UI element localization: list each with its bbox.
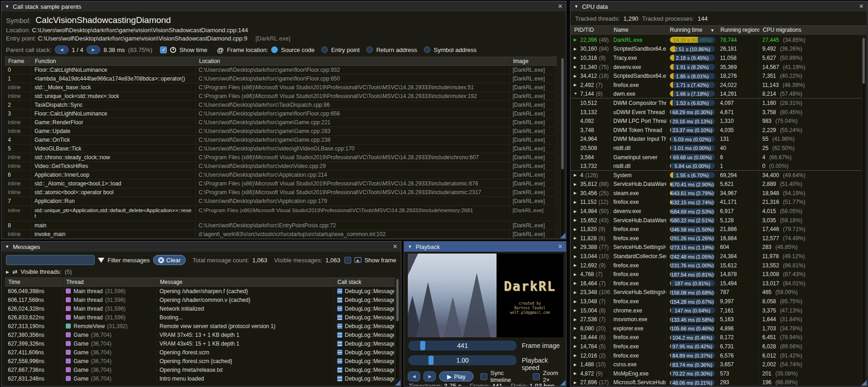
cpu-process-row[interactable]: ▶ 15,652 (43) ServiceHub.DataWarehou 580…	[571, 216, 867, 225]
slider-handle[interactable]	[428, 356, 434, 365]
cpu-process-row[interactable]: ▶ 22,396 (49) DarkRL.exe 14.33 s (62.06%…	[571, 35, 867, 45]
message-row[interactable]: 627,399,326ns Game (36,704) VRAM 43x45: …	[5, 339, 394, 348]
col-function[interactable]: Function	[32, 58, 196, 64]
callstack-cell[interactable]: DebugLog::Message ← VFS::Open	[334, 367, 394, 373]
cpu-process-row[interactable]: ▶ 13,048 (7) firefox.exe 154.28 ms (0.67…	[571, 297, 867, 306]
expand-arrow-icon[interactable]: ▶	[574, 209, 578, 214]
cpu-process-row[interactable]: ▶ 10,316 (9) Tracy.exe 2.18 s (9.45%) 11…	[571, 53, 867, 63]
collapse-icon[interactable]: ▼	[574, 4, 578, 9]
message-row[interactable]: 627,380,356ns Game (36,704) VRAM 37x45: …	[5, 330, 394, 339]
callstack-cell[interactable]: DebugLog::Message ← VFS::Open	[334, 349, 394, 356]
filter-input[interactable]	[6, 255, 95, 265]
close-icon[interactable]: ×	[393, 243, 397, 250]
col-location[interactable]: Location	[196, 58, 510, 64]
show-time-checkbox[interactable]	[160, 46, 167, 53]
callstack-row[interactable]: 6 Application::InnerLoop C:\Users\wolf\D…	[5, 171, 557, 179]
cpu-process-row[interactable]: 3,564 GameInput server 69.68 us (0.00%) …	[571, 153, 867, 162]
expand-arrow-icon[interactable]: ▶	[574, 381, 578, 385]
cpu-process-row[interactable]: ▶ 27,696 (17) Microsoft.ServiceHub.Co 48…	[571, 378, 867, 386]
callstack-scrollbar[interactable]	[560, 57, 565, 237]
callstack-row[interactable]: inline std::atomic<bool>::operator bool …	[5, 188, 557, 197]
cpu-process-row[interactable]: ▶ 12,016 (2) firefox.exe 84.89 ms (0.37%…	[571, 351, 867, 360]
resize-handle[interactable]	[560, 233, 565, 238]
col-cpu-migrations[interactable]: CPU migrations	[760, 27, 866, 33]
cpu-process-row[interactable]: ▶ 30,160 (84) ScriptedSandbox64.exe 2.51…	[571, 45, 867, 54]
cpu-process-row[interactable]: ▶ 13,044 (10) StandardCollector.Servic 2…	[571, 252, 867, 261]
resize-handle[interactable]	[560, 380, 565, 386]
callstack-row[interactable]: inline std::chrono::steady_clock::now C:…	[5, 153, 557, 162]
callstack-doc-icon[interactable]	[337, 323, 343, 329]
radio-return-address[interactable]	[366, 46, 373, 53]
message-row[interactable]: 627,313,190ns RemoteView (31,392) Remote…	[5, 322, 394, 330]
callstack-row[interactable]: 4 Game::OnTick C:\Users\wolf\Desktop\dar…	[5, 136, 557, 144]
cpu-process-row[interactable]: ▶ 11,828 (6) firefox.exe 291.26 ms (1.26…	[571, 234, 867, 243]
callstack-row[interactable]: 3 Floor::CalcLightNoLuminance C:\Users\w…	[5, 110, 557, 118]
radio-symbol-address[interactable]	[424, 46, 430, 53]
cpu-process-row[interactable]: ▶ 1,488 (10) csrss.exe 83.74 ms (0.36%) …	[571, 360, 867, 369]
expand-arrow-icon[interactable]: ▶	[574, 318, 578, 322]
cpu-scrollbar[interactable]	[862, 36, 866, 384]
col-running-time[interactable]: Running time ▼	[667, 27, 718, 33]
cpu-process-row[interactable]: 13,732 ntdll.dll 5.84 us (0.00%) 1 0 (0.…	[571, 162, 867, 171]
expand-arrow-icon[interactable]: ▶	[574, 363, 578, 367]
callstack-doc-icon[interactable]	[337, 341, 343, 347]
cpu-process-row[interactable]: ▶ 4 (126) System 1.55 s (6.70%) 69,294 3…	[571, 171, 867, 180]
callstack-row[interactable]: inline invoke_main d:\agent\_work\63\s\s…	[5, 230, 557, 239]
scrollbar-thumb[interactable]	[862, 38, 865, 84]
expand-arrow-icon[interactable]: ▶	[574, 227, 578, 231]
cpu-process-row[interactable]: 13,132 uDWM Event Thread 68.29 ms (0.30%…	[571, 108, 867, 117]
show-frame-checkbox[interactable]	[344, 257, 351, 264]
expand-arrow-icon[interactable]: ▶	[574, 371, 578, 375]
cpu-process-row[interactable]: ▶ 11,152 (12) firefox.exe 632.15 ms (2.7…	[571, 198, 867, 207]
cpu-process-row[interactable]: ▶ 4,872 (9) MsMpEng.exe 70.22 ms (0.30%)…	[571, 369, 867, 378]
resize-handle[interactable]	[861, 380, 867, 386]
collapse-icon[interactable]: ▼	[5, 244, 9, 249]
expand-arrow-icon[interactable]: ▶	[574, 173, 578, 177]
message-row[interactable]: 627,831,246ns Game (36,704) Intro menu l…	[5, 374, 394, 383]
callstack-cell[interactable]: DebugLog::Message ← VideoMemo	[334, 332, 394, 338]
close-icon[interactable]: ×	[558, 243, 562, 250]
callstack-doc-icon[interactable]	[337, 349, 343, 355]
callstack-doc-icon[interactable]	[337, 358, 343, 364]
callstack-doc-icon[interactable]	[337, 297, 343, 303]
callstack-row[interactable]: inline Game::Update C:\Users\wolf\Deskto…	[5, 127, 557, 136]
cpu-process-row[interactable]: ▶ 34,412 (18) ScriptedSandbox64.exe 1.85…	[571, 71, 867, 81]
col-image[interactable]: Image	[510, 58, 556, 64]
message-row[interactable]: 606,049,398ns Main thread (31,596) Openi…	[5, 287, 394, 295]
expand-arrow-icon[interactable]: ▶	[574, 191, 578, 195]
radio-source-code[interactable]	[271, 46, 278, 53]
cpu-process-row[interactable]: ▶ 8,080 (20) explorer.exe 105.66 ms (0.4…	[571, 324, 867, 333]
col-callstack[interactable]: Call stack	[335, 279, 394, 285]
cpu-process-row[interactable]: 24,964 DWM Master Input Threa 5.03 ms (0…	[571, 135, 867, 144]
callstack-row[interactable]: 7 Application::Run C:\Users\wolf\Desktop…	[5, 197, 557, 206]
callstack-doc-icon[interactable]	[337, 288, 343, 294]
cpu-process-row[interactable]: 4,092 DWM LPC Port Thread 29.16 ms (0.13…	[571, 116, 867, 126]
expand-icon[interactable]: ▶	[6, 270, 9, 274]
callstack-cell[interactable]: DebugLog::Message ← VFS::Open	[334, 358, 394, 364]
collapse-icon[interactable]: ▼	[408, 244, 412, 249]
prev-callstack-button[interactable]: ◀	[55, 46, 69, 54]
sync-timeline-checkbox[interactable]	[480, 373, 487, 380]
expand-arrow-icon[interactable]: ▶	[574, 218, 578, 222]
cpu-process-row[interactable]: ▶ 12,692 (9) firefox.exe 231.76 ms (1.00…	[571, 261, 867, 270]
cpu-process-row[interactable]: ▶ 31,340 (75) devenv.exe 1.91 s (8.26%) …	[571, 63, 867, 72]
callstack-cell[interactable]: DebugLog::Message ← VideoMemo	[334, 341, 394, 347]
callstack-doc-icon[interactable]	[337, 367, 343, 373]
clear-button[interactable]: ✕ Clear	[153, 255, 186, 265]
cpu-process-row[interactable]: ▶ 4,768 (7) firefox.exe 187.54 ms (0.81%…	[571, 270, 867, 279]
playback-speed-slider[interactable]: 1.00	[408, 355, 517, 366]
expand-arrow-icon[interactable]: ▶	[574, 74, 578, 78]
callstack-row[interactable]: 2 TaskDispatch::Sync C:\Users\wolf\Deskt…	[5, 101, 557, 110]
col-pid-tid[interactable]: PID/TID	[571, 27, 611, 33]
col-running-regions[interactable]: Running regions	[718, 27, 760, 33]
close-icon[interactable]: ×	[558, 3, 562, 10]
expand-arrow-icon[interactable]: ▶	[574, 182, 578, 186]
expand-arrow-icon[interactable]: ▶	[574, 245, 578, 249]
cpu-process-row[interactable]: ▶ 14,984 (50) devenv.exe 584.69 ms (2.53…	[571, 207, 867, 216]
cpu-process-row[interactable]: ▶ 27,536 (7) msvsmon.exe 133.45 ms (0.58…	[571, 315, 867, 324]
expand-arrow-icon[interactable]: ▶	[574, 254, 578, 259]
callstack-row[interactable]: 8 main C:\Users\wolf\Desktop\darkrl\src\…	[5, 221, 557, 230]
scrollbar-thumb[interactable]	[396, 279, 399, 321]
frame-image-slider[interactable]: 441	[408, 340, 517, 351]
callstack-doc-icon[interactable]	[337, 332, 343, 338]
